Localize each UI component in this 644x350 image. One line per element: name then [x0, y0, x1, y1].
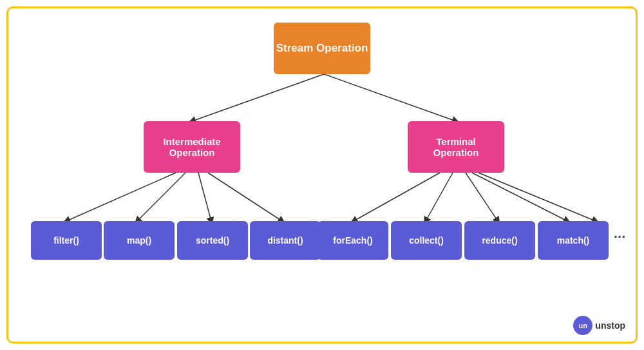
unstop-text: unstop [595, 320, 625, 331]
leaf-reduce: reduce() [464, 221, 535, 260]
svg-line-7 [426, 173, 453, 221]
svg-line-2 [66, 173, 176, 221]
svg-line-9 [472, 173, 567, 221]
svg-line-8 [466, 173, 498, 221]
svg-line-3 [137, 173, 185, 221]
unstop-icon: un [573, 316, 592, 335]
svg-line-6 [354, 173, 440, 221]
svg-line-10 [478, 173, 596, 221]
diagram-container: Stream Operation IntermediateOperation T… [6, 6, 638, 344]
leaf-distant: distant() [250, 221, 321, 260]
intermediate-label: IntermediateOperation [163, 136, 220, 158]
svg-line-1 [324, 74, 456, 121]
leaf-match1: match() [538, 221, 609, 260]
root-node: Stream Operation [274, 23, 370, 74]
leaf-collect: collect() [391, 221, 462, 260]
leaf-filter: filter() [31, 221, 102, 260]
svg-line-0 [192, 74, 324, 121]
svg-line-4 [198, 173, 211, 221]
svg-line-5 [208, 173, 282, 221]
terminal-node: TerminalOperation [408, 121, 504, 173]
leaf-sorted: sorted() [177, 221, 248, 260]
leaf-map: map() [104, 221, 175, 260]
unstop-logo: un unstop [573, 316, 625, 335]
intermediate-node: IntermediateOperation [144, 121, 240, 173]
dots-right: ··· [614, 229, 625, 246]
root-label: Stream Operation [276, 42, 368, 55]
terminal-label: TerminalOperation [433, 136, 479, 158]
leaf-foreach: forEach() [317, 221, 388, 260]
